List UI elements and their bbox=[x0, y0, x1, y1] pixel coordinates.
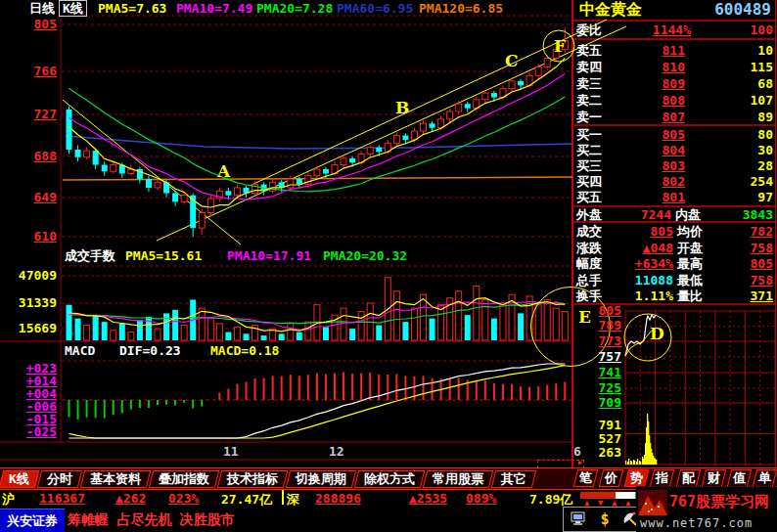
tab-技术指标[interactable]: 技术指标 bbox=[217, 470, 288, 488]
tab-其它[interactable]: 其它 bbox=[491, 470, 536, 488]
status-item: ▲262 bbox=[115, 491, 146, 506]
tab-分时[interactable]: 分时 bbox=[37, 470, 82, 488]
buy-row-qty[interactable]: 80 bbox=[701, 127, 773, 142]
tab-价[interactable]: 价 bbox=[599, 469, 623, 487]
sell-row-price[interactable]: 810 bbox=[607, 60, 685, 74]
sell-row-qty[interactable]: 68 bbox=[701, 76, 773, 91]
mini-volume-label: 791 bbox=[572, 418, 621, 432]
macd-dif-label: DIF=0.23 bbox=[119, 343, 181, 358]
ma-indicator: PMA5=7.63 bbox=[98, 1, 166, 16]
price-axis-label: 649 bbox=[16, 190, 57, 204]
stock-name: 中金黄金 bbox=[579, 2, 642, 17]
dollar-icon[interactable]: $ bbox=[600, 510, 609, 528]
info-value: 11088 bbox=[595, 273, 673, 288]
buy-row-label: 买四 bbox=[576, 174, 602, 189]
buy-row-label: 买一 bbox=[576, 127, 602, 142]
mini-price-label: 725 bbox=[572, 380, 621, 395]
price-axis-label: 805 bbox=[16, 17, 57, 31]
buy-row-qty[interactable]: 28 bbox=[701, 158, 773, 173]
volume-axis-label: 31339 bbox=[14, 295, 57, 310]
ma-indicator: PMA10=7.49 bbox=[176, 1, 252, 16]
buy-row-price[interactable]: 803 bbox=[607, 158, 685, 173]
tab-切换周期[interactable]: 切换周期 bbox=[286, 470, 356, 488]
buy-row-price[interactable]: 805 bbox=[607, 127, 685, 142]
volume-ma-indicator: PMA5=15.61 bbox=[125, 248, 202, 263]
info-value: ▲048 bbox=[595, 241, 673, 255]
info-value: 371 bbox=[701, 288, 773, 303]
status-item: 023% bbox=[168, 491, 199, 506]
sell-row-price[interactable]: 809 bbox=[607, 76, 685, 91]
site-logo-url[interactable]: www.net767.com bbox=[640, 516, 753, 530]
tab-基本资料[interactable]: 基本资料 bbox=[80, 470, 151, 488]
neipan-value: 3843 bbox=[705, 207, 773, 222]
info-value: 758 bbox=[701, 273, 773, 288]
weibi-label: 委比 bbox=[576, 22, 602, 37]
sell-row-qty[interactable]: 115 bbox=[701, 60, 773, 74]
tab-除权方式[interactable]: 除权方式 bbox=[354, 470, 425, 488]
sell-row-price[interactable]: 807 bbox=[607, 110, 685, 124]
sell-row-qty[interactable]: 10 bbox=[701, 43, 773, 58]
volume-pane-title: 成交手数 bbox=[65, 248, 115, 263]
time-axis-label: 12 bbox=[329, 444, 344, 459]
weibi-extra: 100 bbox=[705, 22, 773, 37]
info-value: 782 bbox=[701, 224, 773, 239]
info-label: 开盘 bbox=[677, 241, 703, 255]
period-label[interactable]: 日线 bbox=[29, 1, 55, 16]
mini-volume-label: 527 bbox=[572, 431, 621, 446]
volume-axis-label: 15669 bbox=[14, 321, 57, 335]
sell-row-label: 卖一 bbox=[576, 110, 602, 124]
tab-配[interactable]: 配 bbox=[675, 469, 700, 487]
macd-pane-title: MACD bbox=[65, 343, 95, 358]
mini-volume-label: 263 bbox=[572, 445, 621, 460]
info-label: 最高 bbox=[677, 256, 703, 271]
tab-财[interactable]: 财 bbox=[701, 469, 725, 487]
marquee-text: 筹帷幄 占尽先机 决胜股市 bbox=[68, 511, 235, 529]
chart-type-label[interactable]: K线 bbox=[59, 0, 87, 17]
tab-指[interactable]: 指 bbox=[650, 469, 674, 487]
tab-常用股票[interactable]: 常用股票 bbox=[423, 470, 493, 488]
tab-笔[interactable]: 笔 bbox=[573, 469, 598, 487]
site-logo[interactable]: 767股票学习网 www.net767.com bbox=[636, 486, 777, 532]
tab-势[interactable]: 势 bbox=[624, 469, 649, 487]
broker-logo: 兴安证券 bbox=[0, 509, 65, 532]
info-value: +634% bbox=[595, 256, 673, 271]
buy-row-label: 买二 bbox=[576, 143, 602, 157]
info-label: 最低 bbox=[677, 273, 703, 288]
ma-indicator: PMA20=7.28 bbox=[256, 1, 333, 16]
annotation-letter-f: F bbox=[554, 36, 566, 56]
monitor-icon[interactable] bbox=[570, 510, 587, 528]
site-logo-title[interactable]: 767股票学习网 bbox=[669, 493, 769, 511]
tab-叠加指数[interactable]: 叠加指数 bbox=[149, 470, 219, 488]
buy-row-qty[interactable]: 30 bbox=[701, 143, 773, 157]
status-item: 深 bbox=[287, 491, 299, 509]
volume-ma-indicator: PMA20=20.32 bbox=[323, 248, 407, 263]
buy-row-qty[interactable]: 97 bbox=[701, 190, 773, 204]
tab-K线[interactable]: K线 bbox=[0, 470, 39, 488]
waipan-label: 外盘 bbox=[576, 207, 602, 222]
tab-单[interactable]: 单 bbox=[753, 469, 777, 487]
tab-值[interactable]: 值 bbox=[727, 469, 752, 487]
mini-price-label: 773 bbox=[572, 333, 621, 348]
buy-row-label: 买五 bbox=[576, 190, 602, 204]
buy-row-qty[interactable]: 254 bbox=[701, 174, 773, 189]
status-item: 沪 bbox=[2, 491, 15, 509]
buy-row-price[interactable]: 804 bbox=[607, 143, 685, 157]
sell-row-qty[interactable]: 107 bbox=[701, 93, 773, 108]
annotation-letter-b: B bbox=[395, 98, 409, 117]
status-item: 288896 bbox=[315, 491, 361, 506]
waipan-value: 7244 bbox=[603, 207, 671, 222]
volume-axis-label: 47009 bbox=[14, 268, 57, 283]
buy-row-price[interactable]: 802 bbox=[607, 174, 685, 189]
sell-row-price[interactable]: 811 bbox=[607, 43, 685, 58]
price-axis-label: 766 bbox=[16, 64, 57, 78]
sell-row-price[interactable]: 808 bbox=[607, 93, 685, 108]
sell-row-label: 卖三 bbox=[576, 76, 602, 91]
sell-row-label: 卖二 bbox=[576, 93, 602, 108]
annotation-letter-c: C bbox=[505, 51, 519, 70]
buy-row-price[interactable]: 801 bbox=[607, 190, 685, 204]
app-window: 日线 K线 成交手数 MACD DIF=0.23 MACD=0.18 中金黄金 … bbox=[0, 0, 777, 532]
buy-row-label: 买三 bbox=[576, 158, 602, 173]
annotation-letter-e: E bbox=[578, 307, 591, 327]
sell-row-qty[interactable]: 89 bbox=[701, 110, 773, 124]
sell-row-label: 卖四 bbox=[576, 60, 602, 74]
